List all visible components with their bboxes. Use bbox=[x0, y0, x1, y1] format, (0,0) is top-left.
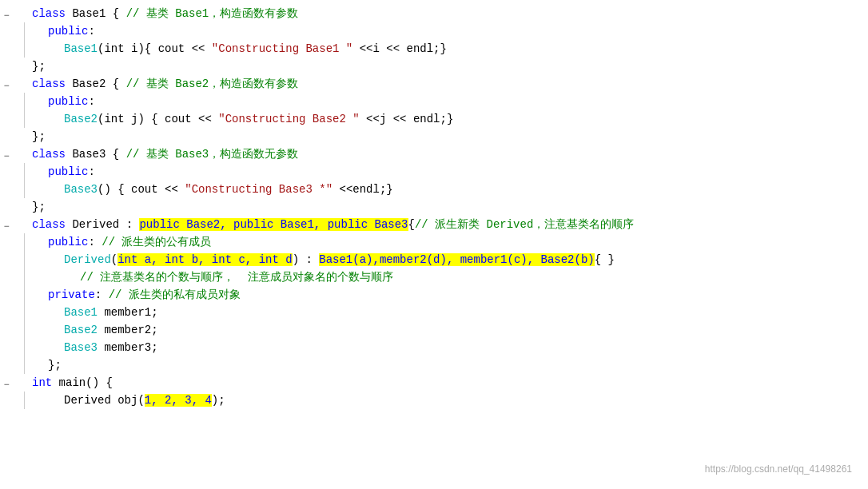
code-token: (int j) { cout << bbox=[98, 113, 218, 125]
line-content: int main() { bbox=[32, 374, 868, 392]
code-token: : bbox=[88, 165, 94, 178]
code-token: Base1 bbox=[64, 306, 98, 319]
indent-bar bbox=[24, 304, 30, 321]
code-token: member2; bbox=[98, 324, 158, 336]
indent-bar bbox=[24, 339, 30, 356]
code-token: : bbox=[88, 95, 94, 108]
indent-bar bbox=[24, 181, 30, 198]
indent-bar bbox=[24, 268, 30, 286]
line-content: public: bbox=[48, 163, 868, 181]
line-gutter: − bbox=[0, 376, 24, 389]
code-token: }; bbox=[32, 201, 46, 213]
line-content: Base1 member1; bbox=[64, 304, 868, 321]
code-line: Base1(int i){ cout << "Constructing Base… bbox=[0, 40, 868, 58]
line-content: class Base1 { // 基类 Base1，构造函数有参数 bbox=[32, 5, 868, 22]
code-token: class bbox=[32, 7, 66, 20]
code-token: public bbox=[48, 25, 88, 38]
line-content: class Base3 { // 基类 Base3，构造函数无参数 bbox=[32, 145, 868, 163]
code-token: // 派生类的公有成员 bbox=[102, 236, 211, 248]
code-token: : bbox=[95, 288, 109, 301]
code-line: Base2(int j) { cout << "Constructing Bas… bbox=[0, 110, 868, 128]
code-line: −class Base2 { // 基类 Base2，构造函数有参数 bbox=[0, 75, 868, 93]
indent-bar bbox=[24, 110, 30, 128]
code-line: −class Base3 { // 基类 Base3，构造函数无参数 bbox=[0, 145, 868, 163]
code-token: Base3 { bbox=[66, 148, 126, 161]
code-token: <<i << endl;} bbox=[352, 42, 447, 55]
indent-bar bbox=[24, 22, 30, 40]
line-gutter: − bbox=[0, 218, 24, 231]
code-token: // 派生类的私有成员对象 bbox=[109, 288, 241, 301]
code-line: public: bbox=[0, 93, 868, 110]
code-token: }; bbox=[32, 130, 46, 143]
code-token: class bbox=[32, 78, 66, 90]
code-token: member3; bbox=[98, 341, 158, 354]
code-token: "Constructing Base1 " bbox=[212, 42, 352, 55]
fold-icon[interactable]: − bbox=[0, 218, 13, 231]
code-token: (int i){ cout << bbox=[98, 42, 212, 55]
code-line: Base2 member2; bbox=[0, 321, 868, 339]
code-token: Derived bbox=[64, 253, 111, 266]
line-content: Base3() { cout << "Constructing Base3 *"… bbox=[64, 181, 868, 198]
code-token: // 注意基类名的个数与顺序， 注意成员对象名的个数与顺序 bbox=[80, 271, 393, 284]
fold-icon[interactable]: − bbox=[0, 148, 13, 161]
code-token: Derived obj( bbox=[64, 394, 145, 407]
code-token: }; bbox=[48, 359, 62, 372]
highlighted-code: Base1(a),member2(d), member1(c), Base2(b… bbox=[319, 253, 594, 266]
code-line: −int main() { bbox=[0, 374, 868, 392]
code-token: public bbox=[48, 236, 88, 248]
fold-icon[interactable]: − bbox=[0, 7, 13, 20]
line-content: public: // 派生类的公有成员 bbox=[48, 233, 868, 251]
line-content: Base3 member3; bbox=[64, 339, 868, 356]
line-content: Derived obj(1, 2, 3, 4); bbox=[64, 392, 868, 409]
code-line: Base3 member3; bbox=[0, 339, 868, 356]
line-content: Base1(int i){ cout << "Constructing Base… bbox=[64, 40, 868, 58]
code-token: public bbox=[48, 95, 88, 108]
watermark: https://blog.csdn.net/qq_41498261 bbox=[705, 463, 852, 475]
line-content: }; bbox=[32, 58, 868, 75]
line-content: public: bbox=[48, 22, 868, 40]
code-token: "Constructing Base3 *" bbox=[185, 183, 332, 196]
fold-icon[interactable]: − bbox=[0, 78, 13, 90]
line-content: Base2 member2; bbox=[64, 321, 868, 339]
line-content: class Derived : public Base2, public Bas… bbox=[32, 216, 868, 233]
code-token: Base1 bbox=[64, 42, 98, 55]
line-content: Derived(int a, int b, int c, int d) : Ba… bbox=[64, 251, 868, 268]
line-content: }; bbox=[32, 128, 868, 145]
indent-bar bbox=[24, 40, 30, 58]
code-line: // 注意基类名的个数与顺序， 注意成员对象名的个数与顺序 bbox=[0, 268, 868, 286]
code-token: Base2 bbox=[64, 113, 98, 125]
line-gutter: − bbox=[0, 7, 24, 20]
code-token: Base3 bbox=[64, 341, 98, 354]
code-line: }; bbox=[0, 356, 868, 374]
line-content: }; bbox=[32, 198, 868, 216]
code-token: private bbox=[48, 288, 95, 301]
highlighted-code: int a, int b, int c, int d bbox=[117, 253, 292, 266]
code-editor: −class Base1 { // 基类 Base1，构造函数有参数public… bbox=[0, 0, 868, 489]
indent-bar bbox=[24, 286, 30, 304]
fold-icon[interactable]: − bbox=[0, 376, 13, 389]
code-line: public: bbox=[0, 163, 868, 181]
line-content: // 注意基类名的个数与顺序， 注意成员对象名的个数与顺序 bbox=[80, 268, 868, 286]
indent-bar bbox=[24, 392, 30, 409]
code-token: ( bbox=[111, 253, 117, 266]
code-line: Derived obj(1, 2, 3, 4); bbox=[0, 392, 868, 409]
line-content: Base2(int j) { cout << "Constructing Bas… bbox=[64, 110, 868, 128]
code-token: () { cout << bbox=[98, 183, 185, 196]
code-line: }; bbox=[0, 58, 868, 75]
code-token: // 基类 Base1，构造函数有参数 bbox=[126, 7, 299, 20]
code-line: private: // 派生类的私有成员对象 bbox=[0, 286, 868, 304]
code-token: ); bbox=[212, 394, 225, 407]
code-token: ) : bbox=[293, 253, 320, 266]
line-content: }; bbox=[48, 356, 868, 374]
indent-bar bbox=[24, 356, 30, 374]
code-token: // 派生新类 Derived，注意基类名的顺序 bbox=[415, 218, 634, 231]
code-token: // 基类 Base2，构造函数有参数 bbox=[126, 78, 299, 90]
code-token: class bbox=[32, 148, 66, 161]
code-token: <<j << endl;} bbox=[360, 113, 454, 125]
highlighted-code: public Base2, public Base1, public Base3 bbox=[139, 218, 408, 231]
code-line: −class Base1 { // 基类 Base1，构造函数有参数 bbox=[0, 5, 868, 22]
line-content: public: bbox=[48, 93, 868, 110]
highlighted-code: 1, 2, 3, 4 bbox=[145, 394, 212, 407]
line-content: class Base2 { // 基类 Base2，构造函数有参数 bbox=[32, 75, 868, 93]
code-line: Base1 member1; bbox=[0, 304, 868, 321]
